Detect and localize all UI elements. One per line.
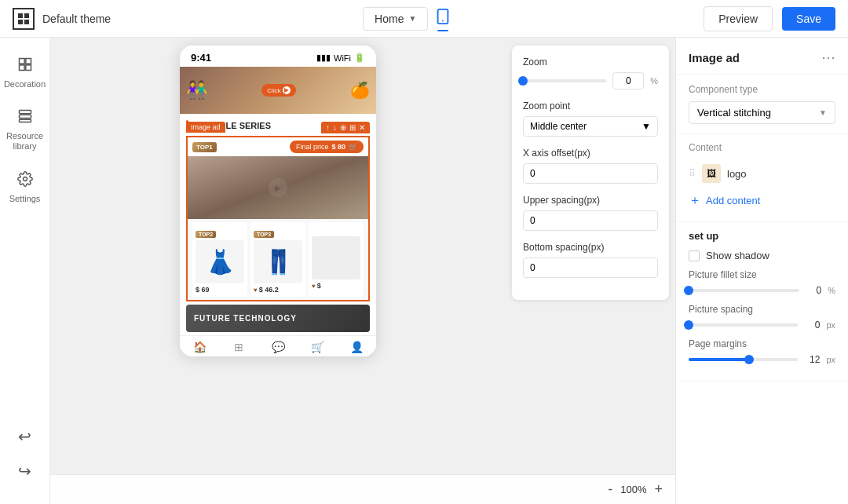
svg-rect-6 — [19, 59, 24, 64]
fillet-slider-thumb[interactable] — [684, 286, 693, 295]
price-icon-2: ♥ — [254, 287, 258, 294]
margins-slider-track[interactable] — [689, 358, 798, 361]
copy-icon[interactable]: ⊕ — [340, 123, 346, 132]
margins-slider-thumb[interactable] — [744, 355, 754, 364]
phone-bottom-nav: 🏠 ⊞ 💬 🛒 👤 — [180, 335, 376, 356]
center-content: 9:41 ▮▮▮ WiFi 🔋 👫 Click ▶ 🍊 — [50, 38, 675, 504]
more-options-icon[interactable]: ⋯ — [821, 49, 835, 66]
phone-time: 9:41 — [191, 52, 211, 64]
zoom-slider-thumb[interactable] — [518, 76, 528, 86]
spacing-value: 0 — [804, 320, 820, 331]
spacing-unit: px — [826, 320, 835, 330]
zoom-value-input[interactable]: 0 — [612, 72, 644, 89]
final-price-label: Final price — [296, 143, 329, 151]
svg-rect-8 — [19, 65, 24, 71]
zoom-point-value: Middle center — [530, 121, 587, 132]
spacing-slider-track[interactable] — [689, 323, 798, 327]
right-panel: Image ad ⋯ Component type Vertical stitc… — [675, 38, 848, 504]
phone-frame: 9:41 ▮▮▮ WiFi 🔋 👫 Click ▶ 🍊 — [180, 46, 376, 356]
phone-status-bar: 9:41 ▮▮▮ WiFi 🔋 — [180, 46, 376, 67]
nav-cart[interactable]: 🛒 — [298, 341, 337, 353]
nav-profile[interactable]: 👤 — [337, 341, 376, 353]
component-type-arrow-icon: ▼ — [819, 108, 827, 117]
nav-message[interactable]: 💬 — [258, 341, 298, 353]
move-down-icon[interactable]: ↓ — [333, 123, 337, 132]
x-axis-label: X axis offset(px) — [523, 148, 658, 159]
component-type-section: Component type Vertical stitching ▼ — [676, 75, 848, 134]
product-badge-3: TOP3 — [254, 231, 274, 238]
mobile-device-icon[interactable] — [434, 8, 451, 30]
product-price-2: ♥ $ 46.2 — [254, 286, 302, 294]
component-type-label: Component type — [689, 84, 835, 95]
phone-future-banner: FUTURE TECHNOLOGY — [186, 305, 370, 332]
spacing-slider-thumb[interactable] — [684, 320, 693, 330]
show-shadow-checkbox[interactable] — [689, 250, 700, 261]
zoom-in-button[interactable]: + — [654, 481, 663, 498]
image-ad-toolbar: ↑ ↓ ⊕ ⊞ ✕ — [321, 122, 370, 133]
sidebar-item-settings[interactable]: Settings — [3, 165, 47, 210]
phone-banner: 👫 Click ▶ 🍊 — [180, 67, 376, 114]
preview-button[interactable]: Preview — [704, 6, 773, 31]
signal-icon: ▮▮▮ — [316, 53, 331, 63]
drag-handle-icon[interactable]: ⠿ — [689, 168, 696, 179]
show-shadow-row: Show shadow — [689, 250, 835, 261]
product-card-3: ♥ $ — [309, 222, 364, 297]
product-image-2: 👖 — [254, 240, 302, 283]
bottom-spacing-section: Bottom spacing(px) — [523, 242, 658, 278]
x-axis-section: X axis offset(px) — [523, 148, 658, 184]
component-type-value: Vertical stitching — [697, 107, 771, 119]
settings-icon — [17, 171, 33, 191]
right-panel-header: Image ad ⋯ — [676, 38, 848, 75]
image-ad-top1-area: TOP1 Final price $ 80 🛒 — [188, 137, 368, 156]
zoom-label: Zoom — [523, 57, 658, 68]
x-axis-input[interactable] — [523, 163, 658, 184]
svg-rect-10 — [19, 111, 31, 114]
margins-slider-fill — [689, 358, 749, 361]
nav-home[interactable]: 🏠 — [180, 341, 219, 353]
upper-spacing-input[interactable] — [523, 210, 658, 231]
margins-unit: px — [826, 355, 835, 364]
top1-badge: TOP1 — [192, 142, 217, 152]
bottom-spacing-input[interactable] — [523, 257, 658, 278]
fillet-label: Picture fillet size — [689, 269, 835, 280]
product-image-1: 👗 — [196, 240, 244, 283]
svg-rect-0 — [18, 13, 23, 18]
right-panel-title: Image ad — [689, 51, 740, 64]
page-selector[interactable]: Home ▼ — [363, 7, 428, 31]
upper-spacing-section: Upper spacing(px) — [523, 195, 658, 231]
undo-button[interactable]: ↩ — [13, 422, 36, 451]
component-type-dropdown[interactable]: Vertical stitching ▼ — [689, 101, 835, 124]
left-sidebar: Decoration Resource library Settings — [0, 38, 50, 504]
zoom-slider-track[interactable] — [523, 79, 606, 82]
cart-icon: 🛒 — [349, 143, 357, 151]
bottom-spacing-label: Bottom spacing(px) — [523, 242, 658, 253]
zoom-unit: % — [650, 76, 658, 86]
sidebar-item-decoration[interactable]: Decoration — [3, 50, 47, 96]
zoom-out-button[interactable]: - — [608, 481, 612, 498]
move-icon[interactable]: ⊞ — [349, 123, 356, 132]
move-up-icon[interactable]: ↑ — [326, 123, 330, 132]
nav-grid[interactable]: ⊞ — [219, 341, 258, 353]
add-content-button[interactable]: ＋ Add content — [689, 188, 835, 214]
fillet-slider-track[interactable] — [689, 289, 799, 292]
product-image-3 — [312, 236, 360, 279]
price-value: $ 80 — [331, 143, 345, 151]
save-button[interactable]: Save — [782, 7, 835, 31]
app-logo — [13, 8, 35, 30]
decoration-label: Decoration — [4, 79, 46, 89]
decoration-icon — [17, 57, 33, 76]
dropdown-arrow-icon: ▼ — [408, 14, 416, 23]
banner-food-icon: 🍊 — [350, 81, 370, 100]
image-ad-border: TOP1 Final price $ 80 🛒 ▶ — [186, 136, 370, 301]
app-title: Default theme — [42, 13, 111, 25]
settings-label: Settings — [9, 194, 41, 204]
video-thumbnail: ▶ — [188, 156, 368, 219]
zoom-bar: - 100% + — [50, 474, 675, 504]
resource-library-label: Resource library — [6, 131, 44, 152]
banner-click-button[interactable]: Click ▶ — [261, 84, 295, 97]
redo-button[interactable]: ↪ — [13, 457, 36, 485]
fillet-value: 0 — [806, 285, 821, 296]
zoom-point-dropdown[interactable]: Middle center ▼ — [523, 116, 658, 137]
delete-icon[interactable]: ✕ — [359, 123, 365, 132]
sidebar-item-resource-library[interactable]: Resource library — [3, 102, 47, 158]
